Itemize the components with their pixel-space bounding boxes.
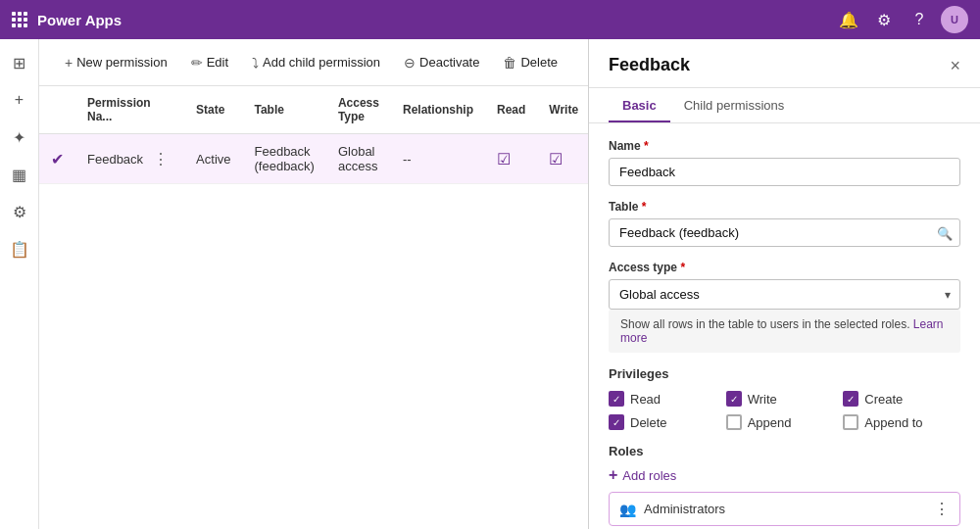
topbar-icons: 🔔 ⚙ ? U <box>835 6 968 33</box>
delete-button[interactable]: 🗑 Delete <box>493 50 567 75</box>
col-access-type: Access Type <box>326 86 391 134</box>
row-permission-name: Feedback ⋮ <box>75 134 184 184</box>
add-child-icon: ⤵ <box>252 55 259 71</box>
write-checkbox[interactable] <box>726 391 742 407</box>
name-field-group: Name <box>609 139 960 186</box>
col-state: State <box>184 86 242 134</box>
sidebar-add-icon[interactable]: + <box>4 84 35 116</box>
append-checkbox[interactable] <box>726 414 742 430</box>
create-checkbox[interactable] <box>843 391 858 407</box>
row-check: ✔ <box>39 134 75 184</box>
sidebar-star-icon[interactable]: ✦ <box>4 121 35 153</box>
roles-section: Roles + Add roles 👥 Administrators ⋮ 👥 A <box>609 444 960 529</box>
top-bar: Power Apps 🔔 ⚙ ? U <box>0 0 980 39</box>
tab-child-permissions[interactable]: Child permissions <box>670 88 799 122</box>
col-check <box>39 86 75 134</box>
row-state: Active <box>184 134 242 184</box>
row-more-button[interactable]: ⋮ <box>149 150 172 168</box>
deactivate-icon: ⊖ <box>404 55 416 71</box>
access-type-field-group: Access type Global access Local access D… <box>609 261 960 353</box>
read-checkbox[interactable] <box>609 391 624 407</box>
col-permission-name: Permission Na... <box>75 86 184 134</box>
content-area: + New permission ✏ Edit ⤵ Add child perm… <box>39 39 588 529</box>
sidebar-table-icon[interactable]: ▦ <box>4 159 35 190</box>
avatar[interactable]: U <box>941 6 968 33</box>
priv-append-to[interactable]: Append to <box>843 414 960 430</box>
roles-title: Roles <box>609 444 960 458</box>
settings-icon[interactable]: ⚙ <box>870 6 898 33</box>
sidebar-book-icon[interactable]: 📋 <box>4 233 35 264</box>
app-name: Power Apps <box>37 12 825 28</box>
toolbar: + New permission ✏ Edit ⤵ Add child perm… <box>39 39 588 86</box>
row-write: ☑ <box>537 134 588 184</box>
row-table: Feedback (feedback) <box>243 134 326 184</box>
plus-icon: + <box>609 466 617 484</box>
sidebar-gear-icon[interactable]: ⚙ <box>4 196 35 227</box>
app-grid-icon[interactable] <box>12 12 27 27</box>
tab-basic[interactable]: Basic <box>609 88 670 122</box>
plus-icon: + <box>65 55 73 71</box>
access-type-label: Access type <box>609 261 960 274</box>
table-label: Table <box>609 200 960 214</box>
access-type-select-wrap: Global access Local access Deep access B… <box>609 279 960 310</box>
delete-checkbox[interactable] <box>609 414 624 430</box>
edit-icon: ✏ <box>191 55 203 71</box>
row-read: ☑ <box>485 134 537 184</box>
role-administrators: 👥 Administrators ⋮ <box>609 492 960 526</box>
table-input[interactable] <box>609 218 960 247</box>
privileges-section: Privileges Read Write Create <box>609 366 960 430</box>
table-row[interactable]: ✔ Feedback ⋮ Active Feedback (feedback) … <box>39 134 588 184</box>
name-label: Name <box>609 139 960 153</box>
panel-body: Name Table 🔍 Access type Global access L… <box>589 123 980 529</box>
notification-icon[interactable]: 🔔 <box>835 6 862 33</box>
table-area: Permission Na... State Table Access Type… <box>39 86 588 529</box>
add-child-permission-button[interactable]: ⤵ Add child permission <box>242 50 390 75</box>
col-write: Write <box>537 86 588 134</box>
priv-read[interactable]: Read <box>609 391 726 407</box>
panel-header: Feedback × <box>589 39 980 88</box>
help-icon[interactable]: ? <box>906 6 933 33</box>
panel-tabs: Basic Child permissions <box>589 88 980 123</box>
delete-icon: 🗑 <box>503 55 516 71</box>
privileges-title: Privileges <box>609 366 960 381</box>
sidebar: ⊞ + ✦ ▦ ⚙ 📋 <box>0 39 39 529</box>
deactivate-button[interactable]: ⊖ Deactivate <box>394 50 489 75</box>
table-header-row: Permission Na... State Table Access Type… <box>39 86 588 134</box>
col-read: Read <box>485 86 537 134</box>
right-panel: Feedback × Basic Child permissions Name … <box>588 39 980 529</box>
table-field-group: Table 🔍 <box>609 200 960 247</box>
edit-button[interactable]: ✏ Edit <box>181 50 238 75</box>
priv-append[interactable]: Append <box>726 414 844 430</box>
privileges-grid: Read Write Create Delete <box>609 391 960 430</box>
add-roles-button[interactable]: + Add roles <box>609 466 676 484</box>
new-permission-button[interactable]: + New permission <box>55 50 177 75</box>
col-table: Table <box>243 86 326 134</box>
col-relationship: Relationship <box>391 86 485 134</box>
sidebar-home-icon[interactable]: ⊞ <box>4 47 35 78</box>
role-icon-administrators: 👥 <box>619 502 636 517</box>
priv-create[interactable]: Create <box>843 391 960 407</box>
access-type-select[interactable]: Global access Local access Deep access B… <box>609 279 960 310</box>
priv-write[interactable]: Write <box>726 391 844 407</box>
name-input[interactable] <box>609 158 960 186</box>
row-access-type: Global access <box>326 134 391 184</box>
info-box: Show all rows in the table to users in t… <box>609 310 960 353</box>
search-icon: 🔍 <box>937 225 953 240</box>
permissions-table: Permission Na... State Table Access Type… <box>39 86 588 184</box>
row-relationship: -- <box>391 134 485 184</box>
append-to-checkbox[interactable] <box>843 414 858 430</box>
panel-title: Feedback <box>609 55 690 75</box>
main-layout: ⊞ + ✦ ▦ ⚙ 📋 + New permission ✏ Edit ⤵ Ad… <box>0 39 980 529</box>
table-search-wrap: 🔍 <box>609 218 960 247</box>
role-more-button-administrators[interactable]: ⋮ <box>934 500 950 518</box>
panel-close-button[interactable]: × <box>950 57 960 74</box>
priv-delete[interactable]: Delete <box>609 414 726 430</box>
